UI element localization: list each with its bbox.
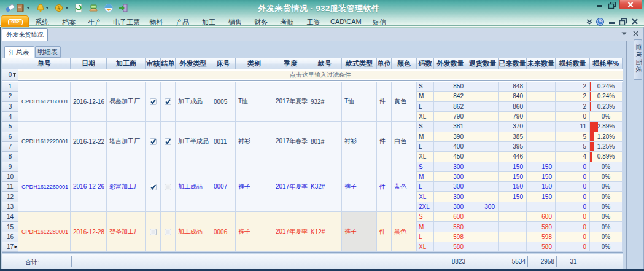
svg-text:?: ? (599, 19, 602, 25)
svg-text:#: # (57, 5, 60, 11)
